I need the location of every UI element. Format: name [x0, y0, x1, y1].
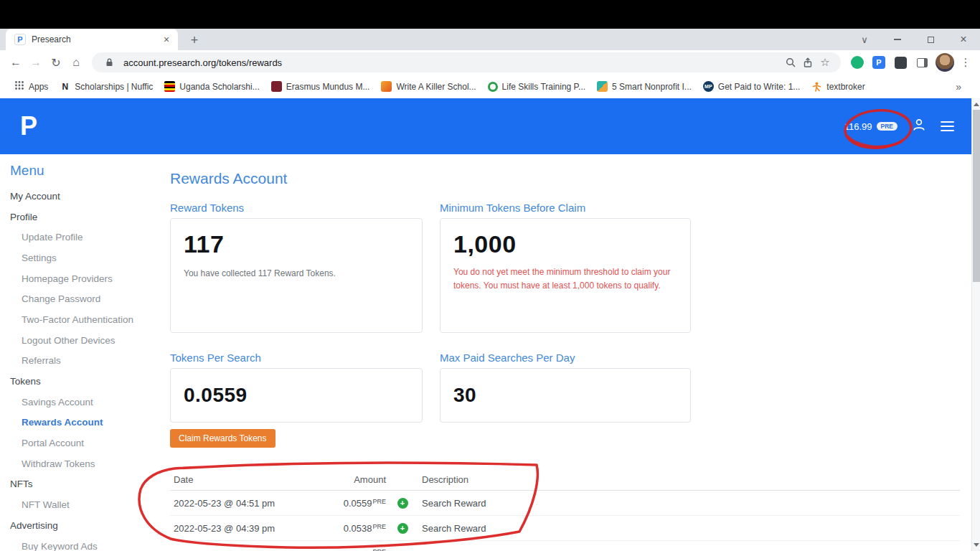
bookmark-label: Get Paid to Write: 1...	[718, 82, 801, 92]
maximize-button[interactable]	[914, 29, 947, 50]
amount-column-header: Amount	[339, 474, 386, 485]
tx-amount: 0.0538PRE	[339, 523, 386, 534]
browser-menu-icon[interactable]: ⋮	[957, 54, 974, 71]
extension-icon-dark[interactable]	[891, 53, 910, 72]
sidebar-item-savings-account[interactable]: Savings Account	[10, 392, 161, 413]
sidebar-item-withdraw-tokens[interactable]: Withdraw Tokens	[10, 453, 161, 474]
claim-rewards-button[interactable]: Claim Rewards Tokens	[170, 429, 275, 448]
bookmark-getpaid[interactable]: MP Get Paid to Write: 1...	[703, 81, 801, 92]
browser-tab-strip: P Presearch × + ∨ ×	[0, 29, 980, 50]
minimize-button[interactable]	[881, 29, 914, 50]
presearch-p-icon: P	[872, 56, 885, 69]
reward-tokens-value: 117	[184, 230, 409, 258]
table-row-partial: PRE	[170, 541, 960, 551]
sidebar-item-change-password[interactable]: Change Password	[10, 288, 161, 309]
presearch-extension-icon[interactable]: P	[870, 53, 888, 72]
page-title: Rewards Account	[170, 170, 960, 187]
browser-toolbar: ← → ↻ ⌂ account.presearch.org/tokens/rew…	[0, 50, 980, 75]
tx-currency: PRE	[372, 498, 386, 505]
sidebar-item-rewards-account[interactable]: Rewards Account	[10, 413, 161, 433]
bookmark-nuffic[interactable]: N Scholarships | Nuffic	[60, 81, 153, 92]
tx-date: 2022-05-23 @ 04:39 pm	[170, 523, 339, 534]
sidebar-item-profile[interactable]: Profile	[10, 207, 161, 227]
sidebar-item-portal-account[interactable]: Portal Account	[10, 433, 161, 453]
reward-tokens-card: 117 You have collected 117 Reward Tokens…	[170, 218, 423, 333]
bookmark-erasmus[interactable]: Erasmus Mundus M...	[271, 81, 370, 92]
browser-tab-presearch[interactable]: P Presearch ×	[6, 29, 178, 50]
minimum-tokens-value: 1,000	[453, 230, 677, 258]
table-row: 2022-05-23 @ 04:39 pm 0.0538PRE + Search…	[170, 516, 960, 541]
bookmark-uganda[interactable]: Uganda Scholarshi...	[164, 81, 259, 92]
token-balance-badge[interactable]: 116.99 PRE	[844, 121, 897, 132]
account-person-icon[interactable]	[912, 118, 926, 135]
lock-icon	[100, 54, 118, 71]
presearch-logo[interactable]: P	[20, 111, 37, 141]
sidebar-item-advertising[interactable]: Advertising	[10, 515, 161, 536]
page-scrollbar[interactable]	[971, 98, 980, 551]
nonprofit-favicon	[597, 81, 608, 92]
tab-title: Presearch	[32, 34, 161, 44]
bookmark-label: Uganda Scholarshi...	[179, 82, 259, 92]
plus-circle-icon[interactable]: +	[397, 498, 408, 509]
tokens-per-search-label: Tokens Per Search	[170, 352, 423, 364]
side-panel-icon[interactable]	[913, 53, 931, 72]
forward-button[interactable]: →	[26, 52, 46, 72]
bookmark-textbroker[interactable]: textbroker	[811, 81, 864, 92]
bookmark-star-icon[interactable]: ☆	[816, 54, 834, 71]
new-tab-button[interactable]: +	[185, 31, 204, 50]
sidebar-item-homepage-providers[interactable]: Homepage Providers	[10, 268, 161, 289]
bookmark-label: 5 Smart Nonprofit I...	[612, 82, 692, 92]
bookmark-label: Life Skills Training P...	[502, 82, 586, 92]
max-paid-searches-card: 30	[440, 368, 691, 423]
tokens-per-search-card: 0.0559	[170, 368, 423, 423]
bookmark-nonprofit[interactable]: 5 Smart Nonprofit I...	[597, 81, 692, 92]
bookmark-writekiller[interactable]: Write A Killer Schol...	[381, 81, 476, 92]
hamburger-menu-icon[interactable]	[941, 121, 954, 132]
url-text[interactable]: account.presearch.org/tokens/rewards	[123, 57, 782, 68]
close-window-button[interactable]: ×	[947, 29, 980, 50]
sidebar-title: Menu	[10, 163, 161, 179]
back-button[interactable]: ←	[6, 52, 26, 72]
sidebar-item-nfts[interactable]: NFTs	[10, 474, 161, 495]
sidebar-item-settings[interactable]: Settings	[10, 248, 161, 268]
sidebar-item-logout-other-devices[interactable]: Logout Other Devices	[10, 330, 161, 351]
bookmark-lifeskills[interactable]: Life Skills Training P...	[488, 82, 586, 92]
tab-close-icon[interactable]: ×	[161, 34, 172, 45]
sidebar-item-buy-keyword-ads[interactable]: Buy Keyword Ads	[10, 536, 161, 551]
profile-avatar[interactable]	[936, 53, 954, 72]
scroll-up-arrow[interactable]	[972, 100, 980, 109]
table-header-row: Date Amount Description	[170, 469, 960, 491]
max-paid-searches-label: Max Paid Searches Per Day	[440, 352, 691, 364]
address-bar[interactable]: account.presearch.org/tokens/rewards ☆	[92, 52, 841, 72]
max-paid-searches-value: 30	[453, 384, 476, 407]
sidebar-item-nft-wallet[interactable]: NFT Wallet	[10, 494, 161, 515]
header-right: 116.99 PRE	[844, 118, 954, 135]
sidebar-item-tokens[interactable]: Tokens	[10, 371, 161, 392]
window-controls: ∨ ×	[848, 29, 980, 50]
erasmus-favicon	[271, 81, 282, 92]
zoom-icon[interactable]	[782, 54, 799, 71]
home-button[interactable]: ⌂	[66, 52, 86, 72]
scrollbar-thumb[interactable]	[973, 110, 980, 282]
share-icon[interactable]	[799, 54, 816, 71]
dark-square-icon	[895, 57, 907, 69]
date-column-header: Date	[170, 474, 339, 485]
apps-shortcut[interactable]: Apps	[14, 80, 48, 93]
table-row: 2022-05-23 @ 04:51 pm 0.0559PRE + Search…	[170, 491, 960, 516]
sidebar-item-update-profile[interactable]: Update Profile	[10, 227, 161, 248]
bookmark-label: textbroker	[826, 82, 864, 92]
reload-button[interactable]: ↻	[46, 52, 66, 72]
sidebar: Menu My Account Profile Update Profile S…	[0, 154, 161, 551]
tab-search-chevron-icon[interactable]: ∨	[848, 29, 881, 50]
plus-circle-icon[interactable]: +	[397, 523, 408, 534]
grammarly-extension-icon[interactable]	[848, 53, 867, 72]
tx-description: Search Reward	[419, 523, 960, 534]
sidebar-item-referrals[interactable]: Referrals	[10, 351, 161, 372]
sidebar-item-my-account[interactable]: My Account	[10, 186, 161, 207]
scroll-down-arrow[interactable]	[972, 540, 980, 550]
sidebar-item-two-factor[interactable]: Two-Factor Authentication	[10, 309, 161, 330]
bookmarks-overflow-icon[interactable]: »	[956, 81, 961, 93]
desktop-background	[0, 0, 980, 29]
minimize-icon	[894, 39, 901, 40]
tx-description: Search Reward	[419, 498, 960, 509]
